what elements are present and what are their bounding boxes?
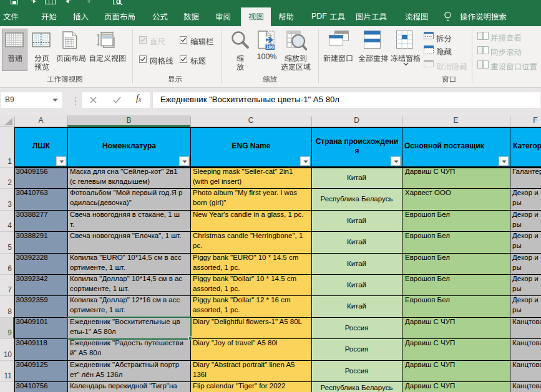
svg-text:100: 100: [266, 44, 274, 50]
